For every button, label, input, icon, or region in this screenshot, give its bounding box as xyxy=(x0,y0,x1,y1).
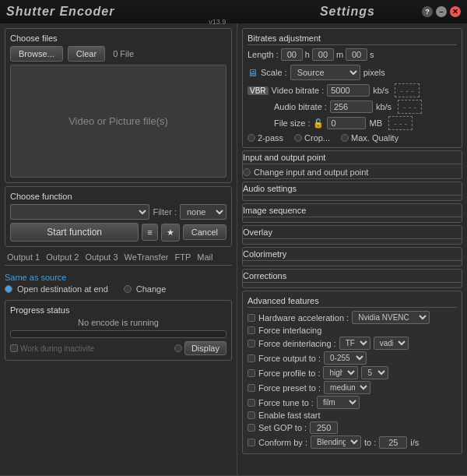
cancel-button[interactable]: Cancel xyxy=(183,224,226,240)
image-sequence-section[interactable]: Image sequence xyxy=(242,203,462,223)
hw-accel-label: Hardware acceleration : xyxy=(258,313,349,323)
force-preset-checkbox[interactable] xyxy=(248,384,255,392)
close-button[interactable]: ✕ xyxy=(450,6,461,17)
time-minutes[interactable] xyxy=(312,48,334,61)
same-as-source: Same as source xyxy=(5,273,232,282)
title-bar: Shutter Encoder v13.9 Settings ? – ✕ xyxy=(0,0,467,23)
colorimetry-section[interactable]: Colorimetry xyxy=(242,247,462,266)
input-output-section[interactable]: Input and output point Change input and … xyxy=(242,150,462,179)
force-deinterlacing-checkbox[interactable] xyxy=(248,340,255,347)
file-size-dashed: - - - xyxy=(388,116,413,130)
force-profile-label: Force profile to : xyxy=(258,368,320,378)
left-panel: Choose files Browse... Clear 0 File Vide… xyxy=(0,23,237,475)
function-select[interactable] xyxy=(10,204,149,220)
progress-section: Progress status No encode is running Wor… xyxy=(5,300,232,361)
video-bitrate-dashed: - - - xyxy=(395,83,419,97)
m-label: m xyxy=(336,50,343,59)
display-radio[interactable] xyxy=(174,344,182,352)
display-button[interactable]: Display xyxy=(184,341,226,355)
audio-bitrate-input[interactable] xyxy=(330,100,373,113)
overlay-title: Overlay xyxy=(243,227,462,239)
change-radio[interactable] xyxy=(124,285,132,293)
tab-output2[interactable]: Output 2 xyxy=(44,252,81,263)
vadif-select[interactable]: vadif xyxy=(374,337,409,350)
browse-button[interactable]: Browse... xyxy=(10,46,63,62)
conform-to-input[interactable] xyxy=(379,436,407,449)
tab-wetransfer[interactable]: WeTransfer xyxy=(122,252,171,263)
time-seconds[interactable] xyxy=(346,48,367,61)
tab-output3[interactable]: Output 3 xyxy=(83,252,120,263)
audio-settings-section[interactable]: Audio settings xyxy=(242,182,462,201)
filter-select[interactable]: none xyxy=(180,204,226,220)
video-bitrate-input[interactable] xyxy=(327,84,370,97)
conform-by-checkbox[interactable] xyxy=(248,439,255,446)
set-gop-input[interactable] xyxy=(310,421,338,434)
two-pass-radio[interactable] xyxy=(248,134,255,142)
right-panel: Bitrates adjustment Length : h m s 🖥 Sca… xyxy=(237,23,467,475)
fast-start-checkbox[interactable] xyxy=(248,411,255,419)
file-size-unit: MB xyxy=(369,118,382,128)
force-output-select[interactable]: 0-255 xyxy=(324,351,367,365)
crop-radio[interactable] xyxy=(294,134,302,142)
menu-icon-button[interactable]: ≡ xyxy=(142,224,157,241)
conform-to-label: to : xyxy=(364,438,376,447)
set-gop-checkbox[interactable] xyxy=(248,424,255,432)
max-quality-radio[interactable] xyxy=(341,134,349,142)
force-profile-select[interactable]: high xyxy=(323,366,358,379)
force-interlacing-checkbox[interactable] xyxy=(248,326,255,334)
help-button[interactable]: ? xyxy=(422,6,433,17)
start-function-button[interactable]: Start function xyxy=(10,223,139,242)
open-destination-radio[interactable] xyxy=(5,285,12,293)
conform-by-select[interactable]: Blending xyxy=(311,435,361,449)
force-tune-checkbox[interactable] xyxy=(248,399,255,407)
force-preset-select[interactable]: medium xyxy=(324,381,370,394)
hw-accel-select[interactable]: Nvidia NVENC xyxy=(352,311,430,324)
force-tune-select[interactable]: film xyxy=(317,396,360,409)
monitor-icon: 🖥 xyxy=(248,67,258,79)
drop-area-text: Video or Picture file(s) xyxy=(68,115,168,127)
time-hours[interactable] xyxy=(281,48,303,61)
bitrates-title: Bitrates adjustment xyxy=(248,33,457,45)
force-profile-checkbox[interactable] xyxy=(248,369,255,377)
minimize-button[interactable]: – xyxy=(436,6,447,17)
force-interlacing-label: Force interlacing xyxy=(258,326,321,335)
corrections-title: Corrections xyxy=(243,271,462,283)
video-bitrate-label: Video bitrate : xyxy=(272,86,325,95)
hw-accel-checkbox[interactable] xyxy=(248,314,255,322)
corrections-section[interactable]: Corrections xyxy=(242,269,462,288)
open-destination-label: Open destination at end xyxy=(17,284,108,294)
work-during-checkbox[interactable] xyxy=(10,344,18,352)
force-output-checkbox[interactable] xyxy=(248,354,255,362)
advanced-features-section: Advanced features Hardware acceleration … xyxy=(242,291,462,454)
max-quality-label: Max. Quality xyxy=(351,133,399,143)
scale-select[interactable]: Source xyxy=(290,65,360,80)
image-sequence-title: Image sequence xyxy=(243,206,462,217)
force-output-label: Force output to : xyxy=(258,354,321,363)
file-size-input[interactable] xyxy=(327,117,366,129)
length-label: Length : xyxy=(248,50,279,59)
tab-ftp[interactable]: FTP xyxy=(172,252,193,263)
tab-mail[interactable]: Mail xyxy=(195,252,215,263)
advanced-features-title: Advanced features xyxy=(248,296,457,308)
tab-output1[interactable]: Output 1 xyxy=(5,252,42,263)
set-gop-label: Set GOP to : xyxy=(258,423,307,432)
audio-settings-title: Audio settings xyxy=(243,184,462,196)
input-output-title: Input and output point xyxy=(243,153,462,164)
profile-extra-select[interactable]: 5.1 xyxy=(361,366,388,379)
conform-by-label: Conform by : xyxy=(258,438,307,447)
crop-label: Crop... xyxy=(304,133,330,143)
destination-section: Same as source Open destination at end C… xyxy=(5,269,232,297)
clear-button[interactable]: Clear xyxy=(68,46,105,62)
lock-icon: 🔓 xyxy=(313,118,324,129)
star-icon-button[interactable]: ★ xyxy=(161,224,180,242)
work-during-label: Work during inactivite xyxy=(20,344,94,353)
vbr-tag: VBR xyxy=(248,86,269,95)
change-point-radio[interactable] xyxy=(243,168,251,176)
scale-label: Scale : xyxy=(261,68,287,77)
version-label: v13.9 xyxy=(209,18,226,26)
overlay-section[interactable]: Overlay xyxy=(242,225,462,245)
s-label: s xyxy=(370,50,374,59)
file-drop-area[interactable]: Video or Picture file(s) xyxy=(10,65,226,178)
deinterlacing-select[interactable]: TFF xyxy=(339,337,370,350)
change-label: Change xyxy=(136,284,167,294)
